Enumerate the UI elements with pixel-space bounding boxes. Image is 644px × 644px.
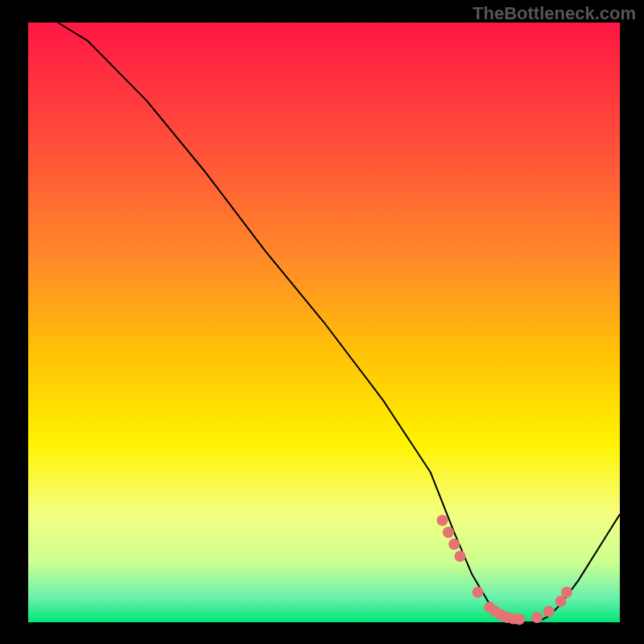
data-marker [561,587,572,598]
bottleneck-curve-chart [0,0,644,644]
data-marker [473,587,484,598]
data-marker [455,551,466,562]
watermark-text: TheBottleneck.com [473,3,636,24]
chart-container: TheBottleneck.com [0,0,644,644]
data-marker [448,539,460,550]
data-marker [514,613,525,625]
data-marker [443,526,454,538]
data-marker [531,612,543,623]
data-marker [543,606,555,617]
data-marker [437,514,448,526]
